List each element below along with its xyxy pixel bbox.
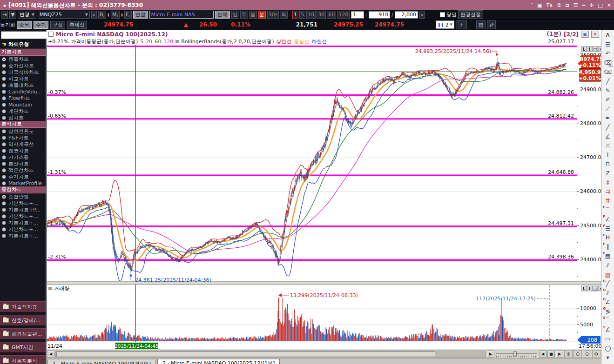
symbol-combo[interactable]: MNQZ25▼ (38, 11, 90, 19)
sidebar-item[interactable]: P&F차트 (0, 134, 46, 141)
play-forward-button[interactable]: ▶ (556, 351, 563, 358)
pen-line2-icon[interactable]: ✐ (602, 95, 614, 105)
sync-종목-button[interactable]: 종목 (17, 21, 32, 29)
sidebar-item[interactable]: 삼선전환도 (0, 128, 46, 134)
cascade-icon[interactable]: ⧉ (566, 2, 569, 8)
sidebar-item[interactable]: 기본차트+... (0, 232, 46, 239)
bars-loaded-input[interactable]: 910 (369, 11, 390, 19)
play-back-button[interactable]: ◀ (539, 351, 547, 358)
fibo-grid-icon[interactable]: F▤ (602, 251, 614, 261)
accordion-GMT시간[interactable]: GMT시간 (0, 342, 46, 353)
minute-10[interactable]: 10 (306, 11, 316, 19)
zoom-reset-icon[interactable]: ⊙ (583, 350, 591, 358)
sidebar-item[interactable]: 계단차트 (0, 108, 46, 114)
sync-주기-button[interactable]: 주기 (34, 21, 48, 29)
erase-all-icon[interactable]: ⌫ALL (602, 58, 614, 67)
marker-line-icon[interactable]: ✒ (602, 113, 614, 123)
arrow-channel-icon[interactable]: ⇉ (602, 187, 614, 197)
gann-grid-icon[interactable]: G≶ (602, 307, 614, 316)
zoom-in-icon[interactable]: ⊕ (564, 350, 573, 358)
undo-icon[interactable]: ↶ (602, 49, 614, 59)
interval-input[interactable]: 1 (351, 11, 364, 19)
arrow-range-icon[interactable]: ⇈ (602, 196, 614, 205)
sidebar-item[interactable]: 미국식바차트 (0, 69, 46, 75)
sidebar-item[interactable]: 주기차트 (0, 173, 46, 180)
move-icon[interactable]: ✛ (589, 2, 594, 8)
dropdown-button[interactable]: ▼ (9, 11, 16, 19)
sidebar-item[interactable]: 종가선차트 (0, 62, 46, 69)
period-틱[interactable]: 틱 (280, 11, 288, 19)
minute-30[interactable]: 30 (317, 11, 326, 19)
gann-angle-icon[interactable]: G∠ (602, 298, 614, 307)
accordion-사용자분석[interactable]: 사용자분석 (0, 355, 46, 364)
trend-line-icon[interactable]: ╱ (602, 77, 614, 86)
save-layout-icon[interactable]: ▤ (476, 20, 486, 29)
fibo-fan-icon[interactable]: F⌒ (602, 205, 614, 215)
zoom-slider[interactable] (495, 351, 538, 357)
all-button[interactable]: 전체 (215, 11, 230, 19)
m-spinner[interactable]: ▲▼ (121, 13, 123, 17)
cross-line-icon[interactable]: ⤫ (602, 141, 614, 151)
scroll-left-button[interactable]: ◀ (47, 351, 54, 358)
b-button[interactable]: B, (98, 11, 106, 19)
sidebar-item[interactable]: 매물대차트 (0, 82, 46, 88)
sidebar-item[interactable]: 중첩안함 (0, 193, 46, 200)
day-checkbox[interactable] (440, 12, 445, 17)
sidebar-item[interactable]: 기본차트+... (0, 213, 46, 219)
menu-list-icon[interactable]: ☰ (574, 2, 578, 8)
channel-icon[interactable]: ⊓ (602, 159, 614, 169)
ma-legend-label[interactable]: 가격이동평균(종가,단순이평) (71, 38, 138, 45)
scrollbar-thumb[interactable] (56, 351, 435, 357)
sidebar-item[interactable]: 분산차트 (0, 160, 46, 167)
period-주[interactable]: 주 (240, 11, 248, 19)
fibo-time-icon[interactable]: FΗ (602, 233, 614, 243)
hatch-icon[interactable]: ▥ (602, 270, 614, 279)
period-월[interactable]: 월 (249, 11, 257, 19)
chart-tab[interactable]: 2 - Micro E-mini NASDAQ 100(2025.12)[1분] (157, 359, 280, 364)
fibo-retrace-icon[interactable]: F∠ (602, 215, 614, 224)
sidebar-item[interactable]: 점차트 (0, 114, 46, 121)
f-button[interactable]: F, (124, 11, 132, 19)
chart-title-checkbox[interactable] (48, 32, 54, 37)
popout-icon[interactable]: ˃ (531, 2, 533, 8)
text-tool[interactable]: A (602, 31, 614, 40)
zigzag-icon[interactable]: Z (602, 169, 614, 178)
indicator-list-icon[interactable]: ☰ (602, 40, 614, 49)
gann-fan-icon[interactable]: G⫽ (602, 288, 614, 298)
change-combo[interactable]: 변경▼ (18, 11, 36, 19)
pane-window-button[interactable]: ▣ (581, 31, 589, 38)
accordion-신호/강세/...[interactable]: 신호/강세/... (0, 315, 46, 326)
interval-spinner[interactable]: ▲▼ (365, 13, 367, 17)
angle-line-icon[interactable]: ∠ (602, 132, 614, 141)
sidebar-item[interactable]: 기본차트+P... (0, 206, 46, 213)
connect-button[interactable]: 연결 (133, 11, 148, 19)
speed-fan-icon[interactable]: S⌒ (602, 316, 614, 325)
sidebar-item[interactable]: 기본차트+... (0, 200, 46, 206)
b-spinner[interactable]: ▲▼ (108, 13, 109, 17)
minute-1[interactable]: 1 (292, 11, 298, 19)
sidebar-item[interactable]: 기본차트+... (0, 219, 46, 226)
eraser-icon[interactable]: ⌫ (602, 67, 614, 77)
more-down-icon[interactable]: ▾ (602, 353, 614, 362)
speed-angle-icon[interactable]: S∠ (602, 325, 614, 335)
sidebar-item[interactable]: 꺽은선차트 (0, 167, 46, 173)
sidebar-item[interactable]: 비교차트 (0, 75, 46, 82)
maximize-icon[interactable]: □ (598, 2, 602, 8)
instrument-name-box[interactable]: Micro E-mini NAS (149, 11, 214, 19)
pen-line-icon[interactable]: ✎ (602, 86, 614, 95)
sidebar-item[interactable]: 카기스윙 (0, 154, 46, 160)
period-30s[interactable]: 30s (267, 11, 279, 19)
stop-button[interactable]: ■ (547, 351, 555, 358)
bars-total-input[interactable]: 2,000 (395, 11, 418, 19)
accordion-기술적지표[interactable]: 기술적지표 (0, 301, 46, 312)
vertical-line-icon[interactable]: Ⅰ (602, 150, 614, 159)
gear-icon[interactable]: ⚙ (592, 350, 601, 358)
minute-60[interactable]: 60 (327, 11, 336, 19)
scrollbar-track[interactable] (55, 351, 486, 358)
gann-line-icon[interactable]: G╱ (602, 279, 614, 289)
close-icon[interactable]: ✕ (607, 2, 611, 8)
m-button[interactable]: M, (111, 11, 120, 19)
sidebar-item[interactable]: 캔들차트 (0, 56, 46, 62)
fibo-vlines-icon[interactable]: F‖ (602, 242, 614, 251)
pen-line3-icon[interactable]: ⟋ (602, 104, 614, 113)
